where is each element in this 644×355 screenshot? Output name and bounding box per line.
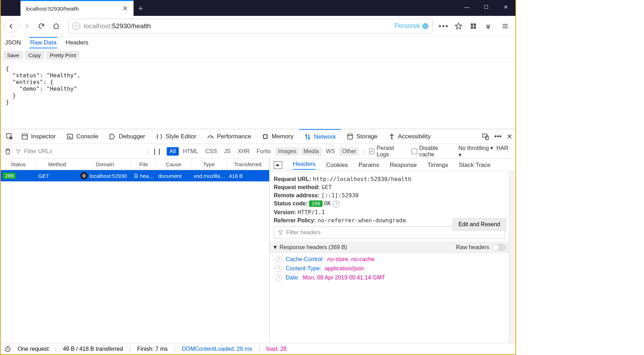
referrer-policy-label: Referrer Policy:: [274, 217, 316, 223]
network-icon: [304, 133, 311, 140]
detail-tab-headers[interactable]: Headers: [293, 161, 315, 170]
json-raw-body[interactable]: { "status": "Healthy", "entries": { "dem…: [1, 62, 515, 129]
svg-rect-8: [22, 134, 28, 139]
styleeditor-icon: [156, 133, 163, 140]
svg-rect-5: [471, 26, 473, 29]
container-indicator[interactable]: Personal: [395, 22, 429, 30]
svg-rect-3: [471, 23, 473, 26]
request-method-value: GET: [321, 184, 332, 191]
home-button[interactable]: [49, 19, 63, 33]
raw-headers-toggle[interactable]: [492, 244, 506, 251]
svg-point-0: [425, 25, 426, 27]
version-label: Version:: [274, 209, 296, 215]
referrer-policy-value: no-referrer-when-downgrade: [318, 217, 406, 224]
svg-rect-6: [474, 26, 476, 29]
request-method-label: Request method:: [274, 184, 320, 190]
network-toolbar: Filter URLs | || All HTML CSS JS XHR Fon…: [1, 144, 515, 159]
network-request-list: Status Method Domain File Cause Type Tra…: [1, 159, 270, 343]
pick-element-button[interactable]: [4, 129, 16, 144]
maximize-button[interactable]: ☐: [477, 0, 496, 14]
help-icon[interactable]: ?: [275, 274, 282, 281]
url-host: localhost: [84, 22, 110, 30]
close-devtools-icon[interactable]: ✕: [507, 132, 513, 141]
filter-ws[interactable]: WS: [323, 147, 338, 156]
reload-timer-icon[interactable]: [4, 345, 11, 353]
help-icon[interactable]: ?: [275, 256, 282, 263]
detail-tab-timings[interactable]: Timings: [427, 162, 448, 169]
minimize-button[interactable]: —: [457, 0, 477, 14]
status-load: load: 28: [266, 346, 286, 352]
help-icon[interactable]: ?: [333, 200, 340, 207]
page-actions-button[interactable]: •••: [437, 19, 450, 33]
headers-detail-body: Request URL: http://localhost:52930/heal…: [270, 172, 509, 343]
tool-inspector[interactable]: Inspector: [16, 129, 61, 144]
tool-network[interactable]: Network: [299, 129, 341, 144]
site-info-icon[interactable]: i: [72, 22, 80, 30]
bookmark-star-icon[interactable]: [452, 19, 465, 33]
url-bar[interactable]: i localhost:52930/health Personal: [69, 19, 433, 34]
remote-address-value: [::1]:52930: [321, 192, 359, 199]
response-header-item: ?Content-Type: application/json: [274, 264, 505, 273]
back-button[interactable]: [4, 19, 18, 33]
filter-xhr[interactable]: XHR: [235, 147, 253, 156]
title-bar: localhost:52930/health ✕ ＋ — ☐ ✕: [1, 0, 515, 16]
network-request-row[interactable]: 200 GET localhost:52930 hea… document vn…: [1, 170, 269, 181]
filter-css[interactable]: CSS: [202, 147, 220, 156]
console-icon: [66, 133, 73, 140]
response-headers-section[interactable]: ▼ Response headers (369 B) Raw headers: [270, 241, 509, 253]
close-tab-icon[interactable]: ✕: [122, 5, 128, 12]
detail-scrollbar[interactable]: [509, 172, 515, 343]
tool-memory[interactable]: Memory: [257, 129, 298, 144]
network-statusbar: One request| 49 B / 418 B transferred| F…: [1, 343, 515, 354]
tool-performance[interactable]: Performance: [202, 129, 256, 144]
tab-raw-data[interactable]: Raw Data: [29, 37, 57, 48]
forward-button[interactable]: [20, 19, 33, 33]
devtools-tabs: Inspector Console Debugger Style Editor …: [1, 129, 515, 144]
status-badge: 200: [3, 173, 16, 179]
clear-button[interactable]: [4, 148, 11, 155]
devtools-options-icon[interactable]: •••: [494, 132, 502, 140]
filter-media[interactable]: Media: [301, 147, 322, 156]
detail-tab-cookies[interactable]: Cookies: [326, 162, 348, 169]
library-button[interactable]: [467, 19, 480, 33]
disable-cache-checkbox[interactable]: Disable cache: [412, 145, 454, 158]
tab-headers[interactable]: Headers: [65, 38, 89, 48]
detail-tab-params[interactable]: Params: [359, 162, 379, 169]
filter-all[interactable]: All: [167, 147, 179, 156]
filter-html[interactable]: HTML: [180, 147, 201, 156]
tool-style-editor[interactable]: Style Editor: [151, 129, 201, 144]
tool-storage[interactable]: Storage: [342, 129, 383, 144]
copy-button[interactable]: Copy: [25, 51, 44, 60]
version-value: HTTP/1.1: [298, 209, 325, 216]
persist-logs-checkbox[interactable]: ✓Persist Logs: [369, 145, 407, 158]
status-domcontentloaded: DOMContentLoaded: 26 ms: [182, 346, 252, 352]
help-icon[interactable]: ?: [275, 265, 282, 272]
pretty-print-button[interactable]: Pretty Print: [46, 51, 79, 60]
tool-accessibility[interactable]: Accessibility: [383, 129, 436, 144]
tool-console[interactable]: Console: [61, 129, 103, 144]
reload-button[interactable]: [35, 19, 48, 33]
pause-recording-icon[interactable]: ||: [153, 148, 163, 155]
new-tab-button[interactable]: ＋: [134, 0, 148, 16]
detail-tab-stack[interactable]: Stack Trace: [459, 162, 491, 169]
tab-json[interactable]: JSON: [4, 38, 22, 48]
filter-js[interactable]: JS: [221, 147, 234, 156]
filter-other[interactable]: Other: [339, 147, 359, 156]
edit-resend-button[interactable]: Edit and Resend: [453, 218, 506, 231]
menu-button[interactable]: [498, 19, 512, 33]
responsive-mode-icon[interactable]: [481, 133, 489, 140]
toggle-raw-button[interactable]: ▶: [274, 161, 282, 169]
detail-tab-response[interactable]: Response: [390, 162, 417, 169]
network-columns-header[interactable]: Status Method Domain File Cause Type Tra…: [1, 159, 269, 170]
request-url-value: http://localhost:52930/health: [313, 176, 411, 182]
close-window-button[interactable]: ✕: [496, 0, 515, 14]
filter-images[interactable]: Images: [275, 147, 299, 156]
filter-fonts[interactable]: Fonts: [254, 147, 274, 156]
browser-tab[interactable]: localhost:52930/health ✕: [20, 0, 134, 16]
storage-icon: [347, 133, 354, 140]
save-button[interactable]: Save: [4, 51, 23, 60]
tool-debugger[interactable]: Debugger: [104, 129, 150, 144]
throttling-selector[interactable]: No throttling ▾: [459, 145, 494, 151]
overflow-button[interactable]: [481, 19, 495, 33]
filter-urls-input[interactable]: Filter URLs: [16, 148, 143, 155]
